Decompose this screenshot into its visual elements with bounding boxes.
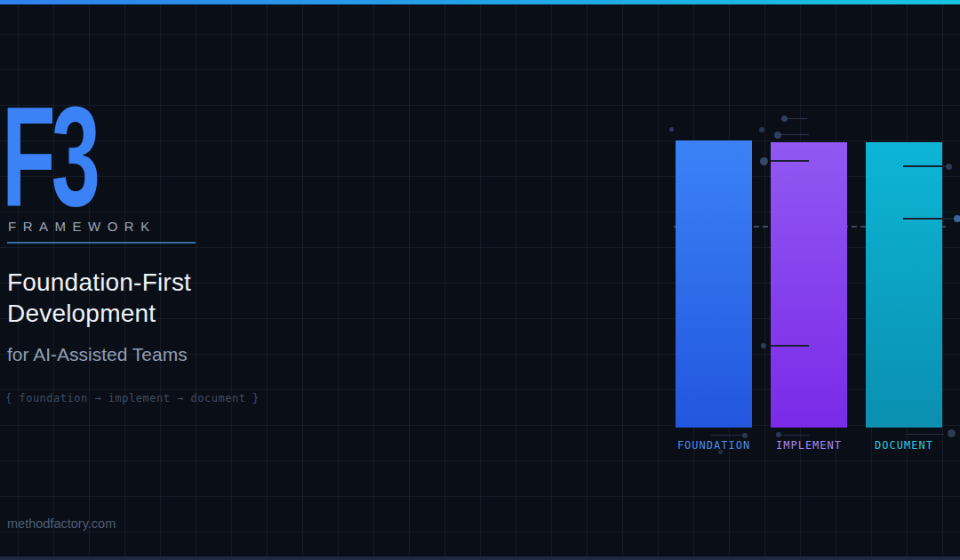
decor-tick-line <box>711 435 745 436</box>
decor-dot <box>781 116 788 122</box>
bar-label-document: DOCUMENT <box>855 439 953 452</box>
decor-dot <box>759 127 764 132</box>
bar-label-foundation: FOUNDATION <box>665 439 763 452</box>
decor-tick-line <box>771 345 809 347</box>
decor-tick-line <box>771 160 809 162</box>
bar-implement <box>771 142 847 428</box>
decor-dot <box>946 164 952 170</box>
decor-dot <box>954 215 960 222</box>
bar-label-implement: IMPLEMENT <box>760 439 858 452</box>
decor-dot <box>776 432 781 437</box>
decor-dot <box>774 132 781 139</box>
decor-tick-line <box>903 165 946 167</box>
decor-dot <box>742 433 748 438</box>
decor-dot <box>948 429 956 437</box>
decor-dot <box>669 127 674 132</box>
decor-tick-line <box>788 118 807 119</box>
bar-foundation <box>676 140 752 428</box>
decor-tick-line <box>903 218 955 220</box>
decor-tick-line <box>781 134 809 135</box>
phase-bars-diagram: FOUNDATION IMPLEMENT DOCUMENT <box>0 0 960 560</box>
decor-dot <box>761 343 766 348</box>
decor-dot <box>760 157 768 165</box>
decor-tick-line <box>905 434 944 435</box>
decor-tick-line <box>782 435 809 436</box>
bar-document <box>866 142 942 428</box>
